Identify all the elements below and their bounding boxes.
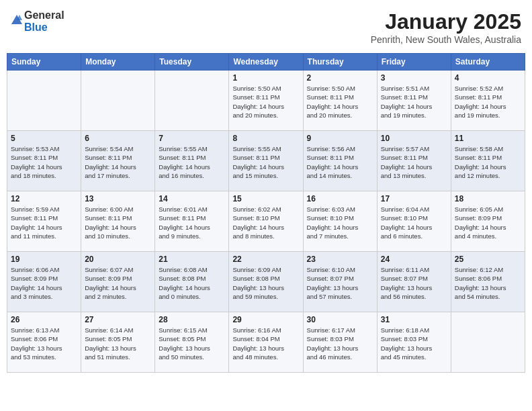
day-number: 29 [232,315,299,324]
calendar-week-row: 5Sunrise: 5:53 AM Sunset: 8:11 PM Daylig… [7,131,525,191]
calendar-cell: 16Sunrise: 6:03 AM Sunset: 8:10 PM Dayli… [303,191,377,252]
day-number: 16 [307,194,373,203]
day-number: 26 [11,315,77,324]
day-info: Sunrise: 5:50 AM Sunset: 8:11 PM Dayligh… [232,84,299,120]
day-info: Sunrise: 6:13 AM Sunset: 8:06 PM Dayligh… [11,326,77,361]
calendar-table: SundayMondayTuesdayWednesdayThursdayFrid… [7,53,525,373]
day-of-week-header: Tuesday [155,54,229,71]
calendar-cell: 11Sunrise: 5:58 AM Sunset: 8:11 PM Dayli… [451,131,525,191]
calendar-cell: 24Sunrise: 6:11 AM Sunset: 8:07 PM Dayli… [377,252,451,312]
day-info: Sunrise: 6:03 AM Sunset: 8:10 PM Dayligh… [307,205,373,240]
day-info: Sunrise: 6:11 AM Sunset: 8:07 PM Dayligh… [381,265,447,301]
day-info: Sunrise: 6:01 AM Sunset: 8:11 PM Dayligh… [159,205,225,240]
day-info: Sunrise: 6:05 AM Sunset: 8:09 PM Dayligh… [455,205,521,240]
day-number: 6 [85,134,151,143]
calendar-cell: 10Sunrise: 5:57 AM Sunset: 8:11 PM Dayli… [377,131,451,191]
day-number: 28 [159,315,225,324]
calendar-cell: 5Sunrise: 5:53 AM Sunset: 8:11 PM Daylig… [7,131,81,191]
calendar-cell: 23Sunrise: 6:10 AM Sunset: 8:07 PM Dayli… [303,252,377,312]
day-number: 4 [455,73,521,83]
day-number: 2 [307,73,373,83]
day-info: Sunrise: 6:14 AM Sunset: 8:05 PM Dayligh… [85,326,151,361]
day-number: 10 [381,134,447,143]
calendar-cell [81,71,155,131]
day-number: 7 [159,134,225,143]
day-info: Sunrise: 6:02 AM Sunset: 8:10 PM Dayligh… [232,205,299,240]
calendar-cell: 8Sunrise: 5:55 AM Sunset: 8:11 PM Daylig… [229,131,303,191]
calendar-cell: 17Sunrise: 6:04 AM Sunset: 8:10 PM Dayli… [377,191,451,252]
day-of-week-header: Sunday [7,54,81,71]
calendar-cell: 14Sunrise: 6:01 AM Sunset: 8:11 PM Dayli… [155,191,229,252]
month-title: January 2025 [371,9,521,34]
day-info: Sunrise: 5:54 AM Sunset: 8:11 PM Dayligh… [85,144,151,180]
day-info: Sunrise: 5:59 AM Sunset: 8:11 PM Dayligh… [11,205,77,240]
day-number: 12 [11,194,77,203]
calendar-cell: 15Sunrise: 6:02 AM Sunset: 8:10 PM Dayli… [229,191,303,252]
day-info: Sunrise: 6:10 AM Sunset: 8:07 PM Dayligh… [307,265,373,301]
day-number: 21 [159,255,225,264]
page-header: General Blue January 2025 Penrith, New S… [7,7,525,48]
day-info: Sunrise: 5:55 AM Sunset: 8:11 PM Dayligh… [159,144,225,180]
calendar-cell: 1Sunrise: 5:50 AM Sunset: 8:11 PM Daylig… [229,71,303,131]
calendar-cell: 22Sunrise: 6:09 AM Sunset: 8:08 PM Dayli… [229,252,303,312]
calendar-cell: 21Sunrise: 6:08 AM Sunset: 8:08 PM Dayli… [155,252,229,312]
calendar-cell [451,312,525,373]
logo: General Blue [11,9,64,34]
calendar-week-row: 1Sunrise: 5:50 AM Sunset: 8:11 PM Daylig… [7,71,525,131]
day-info: Sunrise: 5:50 AM Sunset: 8:11 PM Dayligh… [307,84,373,120]
day-number: 23 [307,255,373,264]
day-info: Sunrise: 6:06 AM Sunset: 8:09 PM Dayligh… [11,265,77,301]
day-info: Sunrise: 6:18 AM Sunset: 8:03 PM Dayligh… [381,326,447,361]
day-number: 17 [381,194,447,203]
calendar-cell: 30Sunrise: 6:17 AM Sunset: 8:03 PM Dayli… [303,312,377,373]
calendar-header-row: SundayMondayTuesdayWednesdayThursdayFrid… [7,54,525,71]
day-of-week-header: Wednesday [229,54,303,71]
calendar-cell: 19Sunrise: 6:06 AM Sunset: 8:09 PM Dayli… [7,252,81,312]
day-info: Sunrise: 5:57 AM Sunset: 8:11 PM Dayligh… [381,144,447,180]
day-number: 18 [455,194,521,203]
title-block: January 2025 Penrith, New South Wales, A… [371,9,521,45]
day-number: 3 [381,73,447,83]
day-info: Sunrise: 5:56 AM Sunset: 8:11 PM Dayligh… [307,144,373,180]
day-number: 25 [455,255,521,264]
day-number: 13 [85,194,151,203]
day-info: Sunrise: 5:55 AM Sunset: 8:11 PM Dayligh… [232,144,299,180]
day-number: 27 [85,315,151,324]
day-number: 11 [455,134,521,143]
day-info: Sunrise: 6:09 AM Sunset: 8:08 PM Dayligh… [232,265,299,301]
location-title: Penrith, New South Wales, Australia [371,34,521,45]
calendar-week-row: 12Sunrise: 5:59 AM Sunset: 8:11 PM Dayli… [7,191,525,252]
calendar-cell: 28Sunrise: 6:15 AM Sunset: 8:05 PM Dayli… [155,312,229,373]
day-number: 19 [11,255,77,264]
calendar-cell: 3Sunrise: 5:51 AM Sunset: 8:11 PM Daylig… [377,71,451,131]
calendar-cell: 12Sunrise: 5:59 AM Sunset: 8:11 PM Dayli… [7,191,81,252]
logo-text-blue: Blue [24,21,48,33]
day-number: 31 [381,315,447,324]
day-info: Sunrise: 6:16 AM Sunset: 8:04 PM Dayligh… [232,326,299,361]
day-info: Sunrise: 6:17 AM Sunset: 8:03 PM Dayligh… [307,326,373,361]
day-number: 20 [85,255,151,264]
day-info: Sunrise: 6:08 AM Sunset: 8:08 PM Dayligh… [159,265,225,301]
day-info: Sunrise: 6:04 AM Sunset: 8:10 PM Dayligh… [381,205,447,240]
calendar-cell [155,71,229,131]
calendar-cell: 7Sunrise: 5:55 AM Sunset: 8:11 PM Daylig… [155,131,229,191]
calendar-cell: 27Sunrise: 6:14 AM Sunset: 8:05 PM Dayli… [81,312,155,373]
calendar-cell: 18Sunrise: 6:05 AM Sunset: 8:09 PM Dayli… [451,191,525,252]
calendar-week-row: 19Sunrise: 6:06 AM Sunset: 8:09 PM Dayli… [7,252,525,312]
day-number: 14 [159,194,225,203]
day-number: 22 [232,255,299,264]
day-info: Sunrise: 5:53 AM Sunset: 8:11 PM Dayligh… [11,144,77,180]
calendar-cell: 25Sunrise: 6:12 AM Sunset: 8:06 PM Dayli… [451,252,525,312]
day-info: Sunrise: 5:52 AM Sunset: 8:11 PM Dayligh… [455,84,521,120]
day-of-week-header: Friday [377,54,451,71]
calendar-cell: 29Sunrise: 6:16 AM Sunset: 8:04 PM Dayli… [229,312,303,373]
calendar-cell: 6Sunrise: 5:54 AM Sunset: 8:11 PM Daylig… [81,131,155,191]
calendar-cell: 4Sunrise: 5:52 AM Sunset: 8:11 PM Daylig… [451,71,525,131]
day-number: 15 [232,194,299,203]
calendar-cell: 26Sunrise: 6:13 AM Sunset: 8:06 PM Dayli… [7,312,81,373]
day-of-week-header: Saturday [451,54,525,71]
calendar-cell [7,71,81,131]
day-of-week-header: Thursday [303,54,377,71]
day-of-week-header: Monday [81,54,155,71]
day-info: Sunrise: 6:07 AM Sunset: 8:09 PM Dayligh… [85,265,151,301]
